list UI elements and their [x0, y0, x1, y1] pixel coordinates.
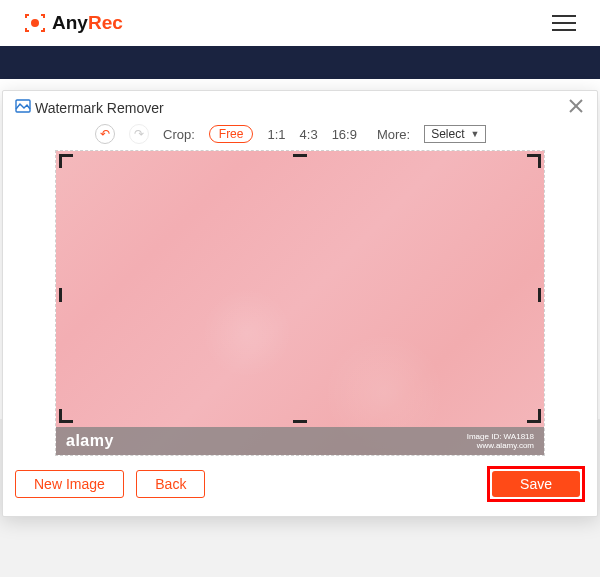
undo-icon[interactable]: ↶	[95, 124, 115, 144]
crop-free-button[interactable]: Free	[209, 125, 254, 143]
image-tool-icon	[15, 98, 31, 117]
site-header: AnyRec	[0, 0, 600, 46]
more-label: More:	[377, 127, 410, 142]
more-select[interactable]: Select ▼	[424, 125, 486, 143]
logo-icon	[24, 12, 46, 34]
crop-handle-right[interactable]	[538, 288, 541, 302]
save-highlight: Save	[487, 466, 585, 502]
crop-label: Crop:	[163, 127, 195, 142]
image-canvas[interactable]: alamy Image ID: WA1818 www.alamy.com	[56, 151, 544, 455]
preview-image	[56, 151, 544, 455]
stock-image-id: Image ID: WA1818	[467, 432, 534, 441]
hero-band	[0, 46, 600, 79]
stock-site: www.alamy.com	[467, 441, 534, 450]
crop-handle-top[interactable]	[293, 154, 307, 157]
redo-icon[interactable]: ↷	[129, 124, 149, 144]
svg-point-0	[31, 19, 39, 27]
crop-handle-tr[interactable]	[527, 154, 541, 168]
crop-ratio-4-3[interactable]: 4:3	[300, 127, 318, 142]
modal-title: Watermark Remover	[35, 100, 164, 116]
modal-footer: New Image Back Save	[15, 466, 585, 502]
canvas-area: alamy Image ID: WA1818 www.alamy.com	[55, 150, 545, 456]
crop-toolbar: ↶ ↷ Crop: Free 1:1 4:3 16:9 More: Select…	[95, 124, 585, 144]
crop-ratio-16-9[interactable]: 16:9	[332, 127, 357, 142]
chevron-down-icon: ▼	[471, 129, 480, 139]
site-logo[interactable]: AnyRec	[24, 12, 123, 34]
close-icon[interactable]	[567, 97, 585, 118]
new-image-button[interactable]: New Image	[15, 470, 124, 498]
crop-handle-br[interactable]	[527, 409, 541, 423]
stock-watermark-bar: alamy Image ID: WA1818 www.alamy.com	[56, 427, 544, 455]
crop-handle-bl[interactable]	[59, 409, 73, 423]
more-select-value: Select	[431, 127, 464, 141]
crop-ratio-1-1[interactable]: 1:1	[267, 127, 285, 142]
crop-handle-left[interactable]	[59, 288, 62, 302]
logo-text: AnyRec	[52, 12, 123, 34]
stock-brand: alamy	[66, 432, 114, 450]
crop-handle-bottom[interactable]	[293, 420, 307, 423]
crop-handle-tl[interactable]	[59, 154, 73, 168]
back-button[interactable]: Back	[136, 470, 205, 498]
watermark-remover-modal: Watermark Remover ↶ ↷ Crop: Free 1:1 4:3…	[2, 90, 598, 517]
save-button[interactable]: Save	[492, 471, 580, 497]
menu-icon[interactable]	[552, 15, 576, 31]
